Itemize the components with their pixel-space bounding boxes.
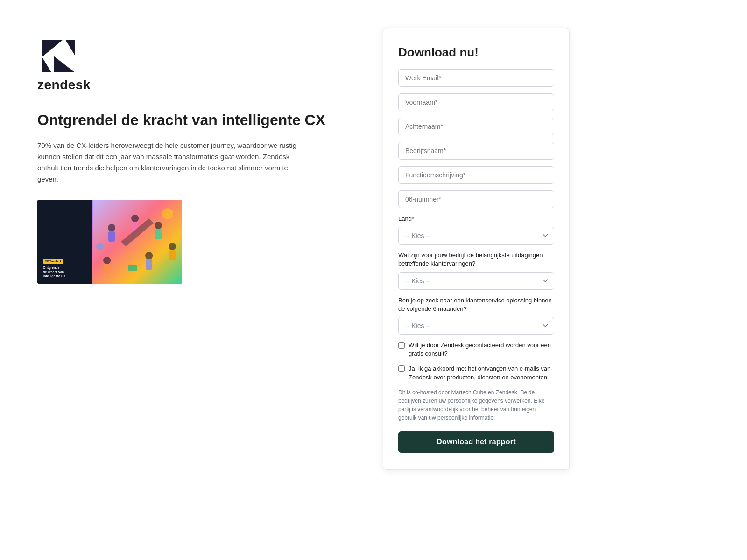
book-cover-image: CX Trends ✦ Ontgrendelde kracht vanintel… — [37, 200, 182, 284]
function-field[interactable] — [398, 166, 554, 184]
country-group: Land* -- Kies -- Nederland België Duitsl… — [398, 215, 554, 245]
firstname-group — [398, 93, 554, 111]
svg-point-15 — [96, 243, 104, 250]
contact-checkbox-group: Wilt je door Zendesk gecontacteerd worde… — [398, 341, 554, 358]
submit-button[interactable]: Download het rapport — [398, 431, 554, 453]
zendesk-logo-text: zendesk — [37, 77, 91, 92]
challenges-select[interactable]: -- Kies -- Automatisering Klanttevredenh… — [398, 272, 554, 290]
svg-point-1 — [108, 224, 115, 231]
zendesk-logo-icon — [37, 37, 79, 75]
company-group — [398, 142, 554, 160]
svg-point-11 — [169, 243, 176, 250]
form-card: Download nu! Land* — [383, 28, 570, 470]
solution-group: Ben je op zoek naar een klantenservice o… — [398, 296, 554, 335]
left-column: zendesk Ontgrendel de kracht van intelli… — [37, 28, 355, 284]
svg-point-3 — [131, 215, 139, 222]
svg-rect-12 — [169, 250, 176, 260]
company-field[interactable] — [398, 142, 554, 160]
contact-checkbox[interactable] — [398, 342, 405, 349]
book-badge: CX Trends ✦ — [43, 259, 63, 264]
function-group — [398, 166, 554, 184]
logo-container: zendesk — [37, 37, 355, 92]
book-illustration — [92, 200, 182, 284]
svg-rect-2 — [108, 231, 115, 242]
privacy-text: Dit is co-hosted door Martech Cube en Ze… — [398, 388, 554, 422]
svg-rect-16 — [128, 265, 137, 271]
svg-rect-10 — [146, 259, 152, 270]
solution-label: Ben je op zoek naar een klantenservice o… — [398, 296, 554, 313]
email-consent-label: Ja, ik ga akkoord met het ontvangen van … — [409, 364, 554, 381]
right-column: Download nu! Land* — [383, 28, 570, 470]
phone-group — [398, 190, 554, 208]
svg-rect-6 — [155, 229, 162, 239]
challenges-group: Wat zijn voor jouw bedrijf de belangrijk… — [398, 251, 554, 289]
email-consent-checkbox-group: Ja, ik ga akkoord met het ontvangen van … — [398, 364, 554, 381]
contact-checkbox-label: Wilt je door Zendesk gecontacteerd worde… — [409, 341, 554, 358]
svg-point-5 — [155, 222, 162, 229]
country-label: Land* — [398, 215, 554, 223]
svg-point-9 — [145, 252, 153, 259]
lastname-group — [398, 118, 554, 135]
page-heading: Ontgrendel de kracht van intelligente CX — [37, 111, 355, 129]
svg-rect-8 — [104, 264, 110, 274]
zendesk-logo: zendesk — [37, 37, 355, 92]
form-title: Download nu! — [398, 45, 554, 60]
email-consent-checkbox[interactable] — [398, 365, 405, 372]
firstname-field[interactable] — [398, 93, 554, 111]
country-select[interactable]: -- Kies -- Nederland België Duitsland Ov… — [398, 227, 554, 245]
email-group — [398, 69, 554, 87]
challenges-label: Wat zijn voor jouw bedrijf de belangrijk… — [398, 251, 554, 268]
svg-point-7 — [103, 257, 111, 264]
svg-point-14 — [162, 208, 173, 219]
phone-field[interactable] — [398, 190, 554, 208]
book-title-small: Ontgrendelde kracht vanintelligente CX — [43, 266, 87, 278]
email-field[interactable] — [398, 69, 554, 87]
lastname-field[interactable] — [398, 118, 554, 135]
page-description: 70% van de CX-leiders heroverweegt de he… — [37, 140, 299, 185]
solution-select[interactable]: -- Kies -- Ja Nee Misschien — [398, 317, 554, 335]
